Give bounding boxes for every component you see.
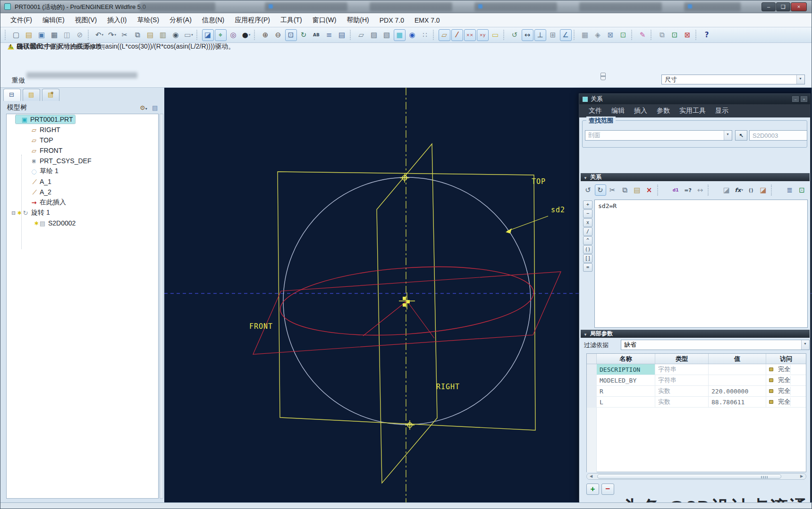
row-handle[interactable] xyxy=(587,364,597,375)
datum-plane-right[interactable] xyxy=(377,144,437,483)
tree-item[interactable]: ▣PRT0001.PRT xyxy=(7,114,158,125)
toolbar-button[interactable] xyxy=(695,30,699,40)
toolbar-button[interactable] xyxy=(350,30,354,40)
relations-toolbar-button[interactable]: ≣ xyxy=(784,184,795,196)
relations-toolbar-button[interactable]: × xyxy=(644,184,655,196)
relations-toolbar-button[interactable]: ↻ xyxy=(595,184,606,196)
toolbar-button[interactable]: ▤ xyxy=(23,29,35,41)
tree-settings-icon[interactable] xyxy=(140,104,152,111)
tree-columns-icon[interactable] xyxy=(152,104,164,111)
relations-menu-item[interactable]: 参数 xyxy=(652,105,675,117)
look-in-combo[interactable]: 剖面 xyxy=(585,130,732,141)
toolbar-button[interactable]: ⊘ xyxy=(74,29,86,41)
menu-item[interactable]: 信息(N) xyxy=(197,14,229,26)
select-arrow-button[interactable] xyxy=(735,130,747,141)
toolbar-button[interactable]: ∷ xyxy=(419,29,431,41)
toolbar-button[interactable]: ? xyxy=(701,29,713,41)
toolbar-button[interactable]: ×y xyxy=(477,29,489,41)
toolbar-button[interactable]: ∠ xyxy=(560,29,572,41)
minimize-button[interactable]: – xyxy=(761,2,776,11)
toolbar-button[interactable]: ▢ xyxy=(10,29,22,41)
relations-toolbar-button[interactable]: ⧉ xyxy=(619,184,631,196)
menu-item[interactable]: 编辑(E) xyxy=(37,14,70,26)
toolbar-button[interactable]: ×× xyxy=(464,29,476,41)
relations-dialog-titlebar[interactable]: 关系 – × xyxy=(579,94,810,104)
toolbar-button[interactable]: ⧉ xyxy=(656,29,668,41)
params-horizontal-scrollbar[interactable]: ◀ ▶ xyxy=(586,473,806,480)
math-operator-button[interactable]: x xyxy=(583,218,592,227)
toolbar-button[interactable]: ▱ xyxy=(355,29,367,41)
menu-item[interactable]: 草绘(S) xyxy=(132,14,164,26)
tree-item[interactable]: ⁄A_1 xyxy=(7,176,158,187)
row-handle[interactable] xyxy=(587,386,597,396)
tree-item[interactable]: ◌草绘 1 xyxy=(7,166,158,176)
toolbar-button[interactable]: ↺ xyxy=(509,29,521,41)
local-params-section-header[interactable]: 局部参数 xyxy=(581,330,810,338)
toolbar-button[interactable]: ▦ xyxy=(579,29,591,41)
row-handle[interactable] xyxy=(587,375,597,385)
toolbar-button[interactable]: ◫ xyxy=(61,29,73,41)
menu-item[interactable]: 帮助(H) xyxy=(341,14,374,26)
toolbar-button[interactable] xyxy=(5,30,8,40)
toolbar-button[interactable]: ⊖ xyxy=(272,29,284,41)
toolbar-button[interactable]: ▭▾ xyxy=(183,29,195,41)
col-access[interactable]: 访问 xyxy=(766,354,806,364)
close-button[interactable]: × xyxy=(791,2,807,11)
scroll-left-icon[interactable]: ◀ xyxy=(588,474,594,479)
menu-item[interactable]: 分析(A) xyxy=(164,14,197,26)
relations-toolbar-button[interactable]: () xyxy=(745,184,757,196)
param-row[interactable]: MODELED_BY 字符串 完全 xyxy=(587,375,806,386)
toolbar-button[interactable]: ≡ xyxy=(323,29,335,41)
col-name[interactable]: 名称 xyxy=(597,354,655,364)
relations-toolbar-button[interactable] xyxy=(708,184,719,196)
chevron-down-icon[interactable] xyxy=(796,75,804,84)
tab-model-tree[interactable] xyxy=(3,89,21,101)
relations-toolbar-button[interactable]: =? xyxy=(683,184,694,196)
toolbar-button[interactable] xyxy=(433,30,437,40)
relations-toolbar-button[interactable]: ↔ xyxy=(694,184,706,196)
row-handle[interactable] xyxy=(587,397,597,407)
toolbar-button[interactable] xyxy=(574,30,577,40)
toolbar-button[interactable]: ▣ xyxy=(36,29,48,41)
tab-favorites[interactable] xyxy=(42,89,59,101)
math-operator-button[interactable]: − xyxy=(583,209,592,218)
toolbar-button[interactable]: ⊡ xyxy=(617,29,629,41)
param-row[interactable]: R 实数 220.000000 完全 xyxy=(587,386,806,397)
tree-item[interactable]: ⁄A_2 xyxy=(7,187,158,197)
filter-type-combo[interactable]: 尺寸 xyxy=(661,75,805,84)
sketch-plane-outline[interactable] xyxy=(253,272,561,354)
toolbar-button[interactable]: ⊥ xyxy=(534,29,546,41)
toolbar-button[interactable]: ●▾ xyxy=(240,29,252,41)
label-sd2[interactable]: sd2 xyxy=(551,206,565,214)
menu-item[interactable]: 工具(T) xyxy=(275,14,307,26)
toolbar-button[interactable]: ■ xyxy=(394,29,406,41)
toolbar-button[interactable] xyxy=(88,30,92,40)
toolbar-button[interactable]: ↷▾ xyxy=(106,29,118,41)
scroll-right-icon[interactable]: ▶ xyxy=(799,474,804,479)
relations-section-header[interactable]: 关系 xyxy=(581,173,810,181)
math-operator-button[interactable]: / xyxy=(583,227,592,236)
toolbar-button[interactable]: ▤ xyxy=(144,29,156,41)
math-operator-button[interactable]: + xyxy=(583,200,592,209)
toolbar-button[interactable] xyxy=(651,30,654,40)
maximize-button[interactable]: ❑ xyxy=(776,2,790,11)
toolbar-button[interactable]: ⊡ xyxy=(669,29,681,41)
dialog-close-icon[interactable]: × xyxy=(801,96,807,102)
relations-menu-item[interactable]: 插入 xyxy=(629,105,652,117)
tree-item[interactable]: →在此插入 xyxy=(7,197,158,208)
relations-menu-item[interactable]: 显示 xyxy=(710,105,733,117)
toolbar-button[interactable]: ▥ xyxy=(157,29,169,41)
toolbar-button[interactable]: ⧉ xyxy=(132,29,144,41)
tree-item[interactable]: ⋇PRT_CSYS_DEF xyxy=(7,156,158,166)
toolbar-button[interactable]: ◎ xyxy=(228,29,239,41)
chevron-down-icon[interactable] xyxy=(801,340,809,350)
filter-combo[interactable]: 缺省 xyxy=(621,340,810,350)
relations-toolbar-button[interactable]: ◪ xyxy=(721,184,732,196)
toolbar-button[interactable]: ▤ xyxy=(336,29,348,41)
toolbar-button[interactable]: ⊞ xyxy=(547,29,559,41)
toolbar-button[interactable] xyxy=(254,30,258,40)
toolbar-button[interactable]: ⊠ xyxy=(605,29,617,41)
relations-menu-item[interactable]: 实用工具 xyxy=(675,105,710,117)
menu-item[interactable]: PDX 7.0 xyxy=(374,15,409,26)
sketch-name-field[interactable]: S2D0003 xyxy=(749,130,807,141)
